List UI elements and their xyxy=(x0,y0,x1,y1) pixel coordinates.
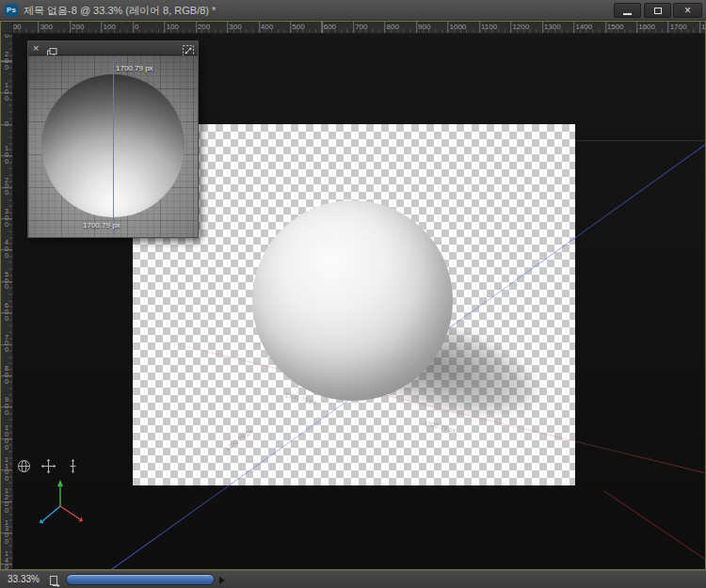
ruler-label: 1300 xyxy=(544,23,561,31)
ruler-corner[interactable] xyxy=(1,22,13,34)
ruler-label: 1 0 0 xyxy=(1,83,12,102)
ruler-label: 7 0 0 xyxy=(1,335,12,354)
ground-plane-red-axis-far xyxy=(603,490,705,562)
ruler-label: 4 0 0 xyxy=(1,240,12,259)
measurement-label-top: 1700.79 px xyxy=(116,64,153,72)
measurement-label-bottom: 1700.79 px xyxy=(83,221,120,230)
ruler-label: 1400 xyxy=(575,23,592,31)
horizontal-ruler[interactable]: 4003002001000100200300400500600700800900… xyxy=(1,22,705,34)
ruler-label: 1 2 0 0 xyxy=(1,488,12,514)
secondary-view-content[interactable]: 1700.79 px 1700.79 px xyxy=(28,56,198,237)
measurement-line xyxy=(113,58,114,234)
minimize-button[interactable] xyxy=(614,3,641,18)
ruler-label: 3 0 0 xyxy=(1,34,12,40)
close-icon[interactable]: × xyxy=(33,41,39,55)
ruler-label: 3 0 0 xyxy=(1,209,12,228)
dolly-camera-tool-icon[interactable] xyxy=(65,458,81,474)
ground-plane-horizon-line xyxy=(563,140,705,141)
render-progress-bar xyxy=(66,574,215,585)
ruler-label: 200 xyxy=(198,23,210,31)
ruler-label: 1600 xyxy=(638,23,655,31)
secondary-view-panel[interactable]: × xyxy=(27,40,199,238)
photoshop-logo-icon: Ps xyxy=(5,4,18,17)
status-menu-arrow-icon[interactable] xyxy=(219,577,225,584)
ruler-label: 900 xyxy=(418,23,430,31)
zoom-level-field[interactable]: 33.33% xyxy=(8,574,40,584)
pan-camera-tool-icon[interactable] xyxy=(40,458,56,474)
ruler-label: 100 xyxy=(104,23,116,31)
ruler-label: 1700 xyxy=(670,23,687,31)
ruler-label: 1 4 0 0 xyxy=(1,551,12,569)
window-title: 제목 없음-8 @ 33.3% (레이어 8, RGB/8) * xyxy=(24,4,216,18)
ruler-label: 500 xyxy=(292,23,304,31)
ruler-label: 1 0 0 xyxy=(1,146,12,165)
document-window-frame: 4003002001000100200300400500600700800900… xyxy=(0,21,706,570)
ruler-label: 1000 xyxy=(450,23,467,31)
3d-axis-widget[interactable] xyxy=(36,478,88,538)
ruler-label: 700 xyxy=(355,23,367,31)
ruler-label: 600 xyxy=(324,23,336,31)
document-export-icon[interactable] xyxy=(49,574,61,588)
ruler-label: 400 xyxy=(261,23,273,31)
secondary-view-header[interactable]: × xyxy=(28,41,198,56)
close-icon: × xyxy=(684,5,691,16)
ruler-label: 800 xyxy=(387,23,399,31)
ruler-label: 0 xyxy=(1,121,12,128)
status-bar: 33.33% xyxy=(0,570,706,588)
ruler-label: 1200 xyxy=(512,23,529,31)
ruler-label: 5 0 0 xyxy=(1,272,12,291)
sphere-3d-object[interactable] xyxy=(252,200,453,401)
maximize-button[interactable] xyxy=(644,3,671,18)
close-button[interactable]: × xyxy=(673,3,702,18)
ruler-label: 2 0 0 xyxy=(1,178,12,197)
vertical-ruler[interactable]: 3 0 02 0 01 0 001 0 02 0 03 0 04 0 05 0 … xyxy=(1,34,13,569)
ruler-label: 1100 xyxy=(481,23,497,31)
ruler-label: 300 xyxy=(40,23,53,31)
ruler-label: 1 1 0 0 xyxy=(1,457,12,483)
ruler-label: 1 3 0 0 xyxy=(1,520,12,546)
ruler-label: 9 0 0 xyxy=(1,397,12,416)
ruler-label: 2 0 0 xyxy=(1,52,12,71)
ruler-label: 300 xyxy=(229,23,241,31)
ruler-label: 100 xyxy=(166,23,178,31)
canvas-viewport[interactable]: 1700.79 px 1700.79 px 1700.79 px × xyxy=(13,34,705,569)
ruler-label: 0 xyxy=(135,23,138,31)
ruler-label: 8 0 0 xyxy=(1,366,12,385)
ruler-label: 1 0 0 0 xyxy=(1,425,12,451)
minimize-icon xyxy=(623,13,632,15)
ruler-label: 1500 xyxy=(607,23,624,31)
window-titlebar[interactable]: Ps 제목 없음-8 @ 33.3% (레이어 8, RGB/8) * × xyxy=(0,0,706,21)
camera-tools-group xyxy=(16,458,81,474)
ruler-label: 200 xyxy=(72,23,84,31)
ruler-label: 6 0 0 xyxy=(1,303,12,322)
ruler-label: 1800 xyxy=(701,23,705,31)
orbit-camera-tool-icon[interactable] xyxy=(16,458,32,474)
maximize-icon xyxy=(654,8,662,14)
